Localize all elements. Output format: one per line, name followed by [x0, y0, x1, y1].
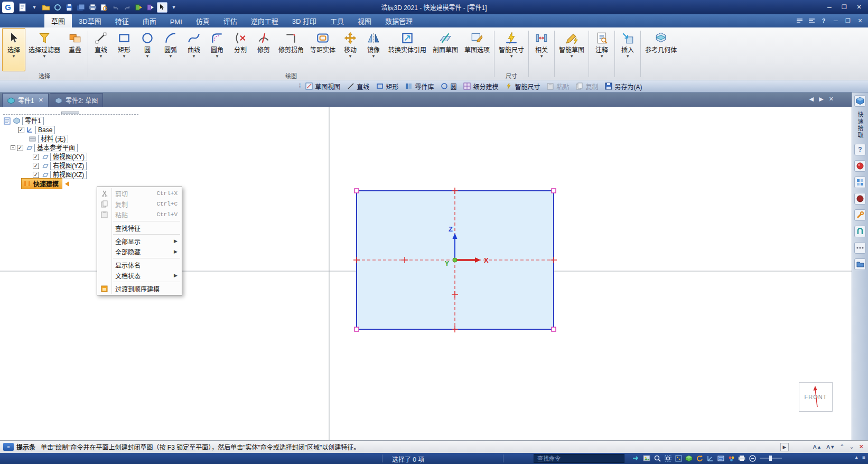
insert-button[interactable]: 插入▼	[616, 28, 639, 80]
menu-item-document-status[interactable]: 文档状态▶	[97, 270, 182, 281]
sensors-panel-icon[interactable]	[854, 226, 866, 237]
zoom-slider[interactable]	[759, 454, 783, 462]
render-panel-icon[interactable]	[854, 160, 866, 172]
taskbar-options-icon[interactable]: ≡	[862, 454, 865, 460]
link-button[interactable]	[52, 2, 63, 13]
circle-button[interactable]: 圆▼	[136, 28, 159, 71]
screenshot-icon[interactable]	[642, 454, 651, 462]
save-all-button[interactable]	[76, 2, 86, 13]
quick-paste-button[interactable]: 粘贴	[543, 81, 572, 91]
menu-item-show-body-name[interactable]: 显示体名	[97, 259, 182, 270]
taskbar-collapse-icon[interactable]: ▲	[854, 454, 859, 460]
reference-geometry-button[interactable]: 参考几何体	[642, 28, 680, 80]
tree-item-top-view[interactable]: ✓ 俯视图(XY)	[33, 152, 138, 161]
pan-icon[interactable]	[632, 454, 640, 462]
font-decrease-icon[interactable]: A▼	[826, 444, 835, 450]
menu-item-paste[interactable]: 粘贴 Ctrl+V	[97, 209, 182, 220]
tree-item-ref-planes[interactable]: − ✓ 基本参考平面	[11, 143, 138, 152]
prompt-scroll-button[interactable]: ▶	[780, 443, 789, 451]
menu-item-show-all[interactable]: 全部显示▶	[97, 236, 182, 246]
expand-down-icon[interactable]: ⌄	[850, 443, 854, 450]
quick-smart-dimension-button[interactable]: 智能尺寸	[501, 81, 543, 91]
tab-3d-sketch[interactable]: 3D草图	[72, 14, 108, 27]
smart-sketch-button[interactable]: 智能草图▼	[556, 28, 587, 80]
quick-access-options-dropdown[interactable]: ▾	[169, 2, 179, 13]
ribbon-layout-icon[interactable]	[795, 16, 804, 25]
quick-copy-button[interactable]: 复制	[572, 81, 601, 91]
select-filter-button[interactable]: 选择过滤器 ▼	[25, 28, 63, 71]
close-prompt-icon[interactable]: ✕	[859, 443, 864, 450]
menu-item-find-feature[interactable]: 查找特征	[97, 222, 182, 233]
section-sketch-button[interactable]: 剖面草图	[430, 28, 461, 71]
select-mode-button[interactable]	[157, 2, 167, 13]
print-icon[interactable]	[738, 454, 746, 462]
checkbox-right-view[interactable]: ✓	[33, 163, 39, 169]
zoom-window-icon[interactable]	[664, 454, 672, 462]
rotate-view-icon[interactable]	[695, 454, 704, 462]
tab-tools[interactable]: 工具	[323, 14, 351, 27]
modeling-viewport[interactable]: Z X Y 零件1 ✓ Base 材料 (无) − ✓ 基本参考平面 ✓	[0, 107, 852, 440]
tab-list-close-icon[interactable]: ✕	[829, 96, 834, 103]
ribbon-display-icon[interactable]	[807, 16, 816, 25]
tab-reverse-engineering[interactable]: 逆向工程	[244, 14, 285, 27]
font-increase-icon[interactable]: A▲	[813, 444, 822, 450]
checkbox-base[interactable]: ✓	[18, 127, 24, 133]
fit-view-icon[interactable]	[674, 454, 683, 462]
tree-splitter[interactable]	[3, 110, 138, 115]
print-preview-button[interactable]	[99, 2, 109, 13]
help-icon[interactable]: ?	[819, 16, 828, 25]
selected-tree-item[interactable]: 快速建模	[21, 178, 62, 189]
tab-surfaces[interactable]: 曲面	[136, 14, 163, 27]
split-button[interactable]: 分割	[229, 28, 252, 71]
quick-rectangle-button[interactable]: 矩形	[372, 81, 402, 91]
document-tab-part2-sketch[interactable]: 零件2: 草图	[50, 93, 103, 107]
child-close-button[interactable]: ✕	[855, 16, 865, 25]
collapse-up-icon[interactable]: ⌃	[839, 443, 844, 450]
child-restore-button[interactable]: ❐	[843, 16, 853, 25]
menu-item-copy[interactable]: 复制 Ctrl+C	[97, 199, 182, 209]
quick-line-button[interactable]: 直线	[343, 81, 372, 91]
help-panel-icon[interactable]: ?	[854, 144, 866, 155]
arc-button[interactable]: 圆弧▼	[159, 28, 182, 71]
named-views-icon[interactable]	[716, 454, 725, 462]
subdivision-modeling-button[interactable]: 细分建模	[460, 81, 501, 91]
undo-button[interactable]	[110, 2, 121, 13]
overlap-button[interactable]: 重叠	[63, 28, 87, 71]
tab-scroll-left-icon[interactable]: ◀	[809, 96, 814, 103]
trim-button[interactable]: 修剪	[252, 28, 275, 71]
minimize-button[interactable]: ─	[823, 3, 836, 12]
menu-item-transition-ordered[interactable]: 过渡到顺序建模	[97, 283, 182, 294]
collapse-icon[interactable]: −	[11, 145, 15, 150]
checkbox-ref-planes[interactable]: ✓	[17, 145, 23, 151]
shaded-view-icon[interactable]	[685, 454, 693, 462]
save-as-button[interactable]: 另存为(A)	[601, 81, 645, 91]
save-button[interactable]	[64, 2, 74, 13]
tools-panel-icon[interactable]	[854, 209, 866, 221]
panel-vertical-label[interactable]: 快速拾取	[856, 112, 864, 139]
menu-item-hide-all[interactable]: 全部隐藏▶	[97, 246, 182, 257]
zoom-icon[interactable]	[653, 454, 661, 462]
material-panel-icon[interactable]	[854, 193, 866, 205]
tree-item-right-view[interactable]: ✓ 右视图(YZ)	[33, 161, 138, 170]
maximize-button[interactable]: ❐	[837, 3, 851, 12]
check-feature-button[interactable]	[134, 2, 144, 13]
quick-circle-button[interactable]: 圆	[437, 81, 460, 91]
view-orientation-indicator[interactable]: FRONT	[799, 382, 833, 412]
smart-dimension-button[interactable]: 智能尺寸▼	[496, 28, 527, 71]
new-file-dropdown[interactable]: ▾	[29, 2, 40, 13]
zoom-out-icon[interactable]	[748, 454, 757, 462]
tree-item-root[interactable]: 零件1	[3, 116, 138, 125]
tab-data-management[interactable]: 数据管理	[378, 14, 419, 27]
tab-close-icon[interactable]: ✕	[39, 97, 43, 104]
layers-panel-icon[interactable]	[854, 177, 866, 188]
open-file-button[interactable]	[41, 2, 51, 13]
pathfinder-panel-icon[interactable]	[854, 95, 866, 107]
library-panel-icon[interactable]	[854, 258, 866, 270]
sketch-view-button[interactable]: 草图视图	[302, 81, 343, 91]
tab-3d-printing[interactable]: 3D 打印	[285, 14, 323, 27]
document-tab-part1[interactable]: 零件1 ✕	[2, 93, 49, 107]
tab-features[interactable]: 特征	[108, 14, 136, 27]
checkbox-top-view[interactable]: ✓	[33, 154, 39, 160]
tab-scroll-right-icon[interactable]: ▶	[819, 96, 823, 103]
line-button[interactable]: 直线▼	[89, 28, 113, 71]
